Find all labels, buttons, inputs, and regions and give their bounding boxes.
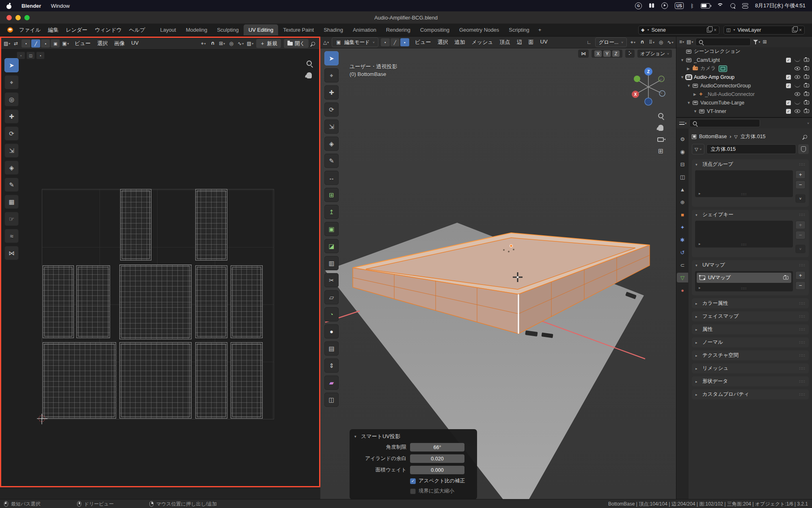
axis-neg-z-ball[interactable] [645, 98, 652, 105]
uv-island[interactable] [195, 189, 227, 261]
disable-render-icon[interactable] [804, 109, 809, 113]
specials-menu-button[interactable]: ˅ [795, 245, 806, 253]
outliner-row-audio-amp-group[interactable]: ▼Audio-Amp Group [676, 73, 812, 81]
outliner-search-input[interactable] [695, 38, 751, 46]
topbar-menu-2[interactable]: レンダー [62, 25, 91, 35]
disable-render-icon[interactable] [804, 92, 809, 96]
topbar-menu-4[interactable]: ヘルプ [125, 25, 149, 35]
expand-arrow-icon[interactable]: ▶ [687, 67, 693, 71]
disable-render-icon[interactable] [804, 84, 809, 87]
hide-eye-icon[interactable] [795, 84, 800, 87]
filter-icon[interactable] [753, 40, 758, 44]
breadcrumb-object[interactable]: BottomBase [699, 134, 727, 139]
panel-header-shape-keys[interactable]: ▾シェイプキー∷∷ [692, 210, 809, 220]
rotate-tool[interactable]: ⟳ [324, 102, 339, 117]
outliner-filter-display-icon[interactable]: ▤▾ [687, 39, 693, 45]
uv-menu-0[interactable]: ビュー [71, 39, 94, 48]
shear-tool[interactable]: ▰ [324, 376, 339, 390]
new-image-button[interactable]: ＋ 新規 [256, 39, 281, 48]
field-value-angle-limit[interactable]: 66° [410, 443, 464, 452]
outliner-row-audioconnectorgroup[interactable]: ▼AudioConnectorGroup [676, 81, 812, 90]
proportional-falloff-icon[interactable]: ∿▾ [238, 39, 244, 48]
bevel-tool[interactable]: ◪ [324, 239, 339, 253]
app-menu-window[interactable]: Window [51, 3, 69, 9]
properties-search-input[interactable] [689, 119, 760, 127]
snap-toggle-icon[interactable]: ∪ [209, 39, 216, 48]
properties-tab-view-layer[interactable]: ◫ [677, 172, 688, 182]
options-dropdown[interactable]: オプション˅ [637, 50, 672, 58]
g-assistant-icon[interactable] [635, 2, 642, 9]
mirror-axis-y[interactable]: Y [603, 50, 611, 57]
add-workspace-button[interactable]: + [534, 24, 546, 35]
properties-options-icon[interactable]: ˅ [807, 122, 809, 125]
collapse-arrow-icon[interactable]: ▼ [687, 84, 693, 88]
field-value-island-margin[interactable]: 0.020 [410, 454, 464, 463]
input-source-badge[interactable]: US [675, 2, 684, 9]
relax-tool[interactable]: ≈ [4, 229, 19, 243]
outliner-row-vaccumtube-large[interactable]: ▼VaccumTube-Large [676, 98, 812, 107]
rotate-tool[interactable]: ⟳ [4, 126, 19, 141]
uv-island[interactable] [119, 265, 192, 339]
inset-faces-tool[interactable]: ▣ [324, 222, 339, 236]
exclude-checkbox[interactable] [786, 75, 791, 80]
control-center-icon[interactable] [742, 3, 748, 9]
exclude-checkbox[interactable] [786, 100, 791, 105]
properties-tab-output[interactable]: ⊟ [677, 159, 688, 169]
uv-select-vertex[interactable]: • [22, 39, 30, 48]
mode-selector[interactable]: ▣編集モード˅ [332, 37, 378, 47]
workspace-tab-layout[interactable]: Layout [155, 24, 181, 35]
disable-render-icon[interactable] [804, 67, 809, 70]
pivot-point-icon[interactable]: ⌖▾ [630, 38, 636, 46]
hide-eye-icon[interactable] [795, 67, 800, 70]
menubar-clock[interactable]: 8月17日(水) 午後4:51 [755, 2, 806, 9]
uv-select-island[interactable]: ▣ [51, 39, 60, 48]
topbar-menu-3[interactable]: ウィンドウ [91, 25, 125, 35]
list-expand-icon[interactable]: ▸ [699, 191, 701, 195]
uv-island[interactable] [76, 265, 110, 338]
collapse-arrow-icon[interactable]: ▼ [680, 58, 686, 62]
play-circle-icon[interactable] [661, 2, 668, 9]
axis-y-ball[interactable] [634, 76, 640, 82]
mirror-axis-x[interactable]: X [594, 50, 602, 57]
measure-tool[interactable]: ↔ [324, 171, 339, 185]
copy-scene-icon[interactable] [707, 28, 711, 33]
scale-tool[interactable]: ⇲ [4, 143, 19, 158]
list-expand-icon[interactable]: ▸ [699, 286, 701, 290]
field-value-area-weight[interactable]: 0.000 [410, 466, 464, 474]
editor-type-3d-icon[interactable]: △▾ [323, 38, 329, 46]
cursor-tool[interactable]: ⌖ [324, 68, 339, 82]
remove-viewlayer-icon[interactable]: × [799, 27, 802, 33]
uv-sticky-location[interactable]: ◫ [26, 52, 35, 59]
expand-arrow-icon[interactable]: ▶ [693, 92, 699, 96]
viewport-menu-0[interactable]: ビュー [412, 37, 434, 47]
uv-canvas[interactable]: ▫◫▪ [1, 49, 319, 486]
snap-target-icon[interactable]: ⊞▾ [219, 39, 225, 48]
hide-eye-icon[interactable] [795, 109, 800, 113]
viewport-canvas[interactable]: ⋈ XYZ ⠕ オプション˅ ユーザー・透視投影 (0) BottomBase [320, 48, 676, 499]
active-render-camera-icon[interactable] [783, 276, 788, 280]
properties-editor-icon[interactable] [679, 121, 685, 126]
add-item-button[interactable]: + [795, 221, 806, 229]
viewport-menu-6[interactable]: 面 [525, 37, 537, 47]
knife-tool[interactable]: ✂ [324, 273, 339, 287]
bluetooth-icon[interactable] [691, 3, 694, 9]
disable-render-icon[interactable] [804, 58, 809, 62]
tweak-tool[interactable]: ➤ [4, 58, 19, 72]
exclude-checkbox[interactable] [786, 58, 791, 63]
outliner-row-camera[interactable]: ▶カメラ [676, 64, 812, 73]
panel-header-attributes[interactable]: ▸属性∷∷ [692, 324, 809, 334]
uv-2d-cursor[interactable] [39, 415, 45, 422]
uv-menu-3[interactable]: UV [128, 39, 142, 48]
transform-tool[interactable]: ◈ [324, 137, 339, 151]
panel-header-uv-maps[interactable]: ▾UVマップ∷∷ [692, 260, 809, 270]
poly-build-tool[interactable]: ▱ [324, 290, 339, 304]
proportional-edit-icon[interactable]: ◎ [228, 39, 235, 48]
zoom-icon[interactable] [658, 113, 663, 118]
specials-menu-button[interactable]: ˅ [795, 194, 806, 203]
uv-island[interactable] [43, 265, 74, 338]
pin-id-icon[interactable] [803, 134, 808, 139]
workspace-tab-animation[interactable]: Animation [348, 24, 381, 35]
uv-select-face[interactable]: ▪ [41, 39, 50, 48]
open-image-button[interactable]: 開く [284, 39, 309, 48]
rip-region-tool[interactable]: ◫ [324, 393, 339, 407]
